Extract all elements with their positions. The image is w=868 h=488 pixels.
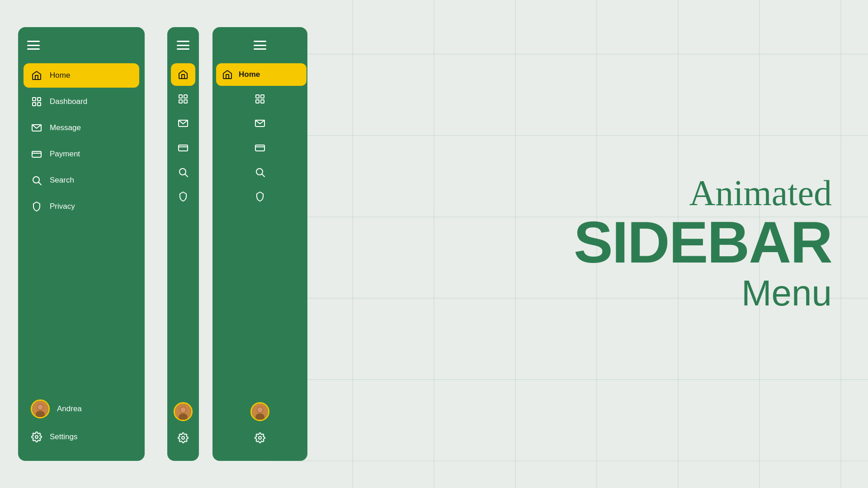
nav-item-dashboard[interactable]: Dashboard xyxy=(24,89,139,114)
hamburger-button-2[interactable] xyxy=(167,36,199,59)
nav-item-home-2[interactable] xyxy=(171,63,195,86)
sidebar-footer-2 xyxy=(167,390,199,452)
payment-icon-3 xyxy=(254,142,266,154)
avatar xyxy=(31,399,50,418)
hamburger-line-5 xyxy=(177,45,189,46)
message-icon xyxy=(31,122,42,134)
settings-icon-2 xyxy=(177,432,189,444)
hamburger-line-4 xyxy=(177,41,189,42)
search-icon xyxy=(31,174,42,186)
nav-item-dashboard-2[interactable] xyxy=(171,88,195,110)
sidebar-footer-3 xyxy=(212,390,307,452)
privacy-icon xyxy=(31,201,42,212)
nav-item-privacy-3[interactable] xyxy=(216,185,304,208)
privacy-icon-3 xyxy=(254,191,266,202)
svg-line-21 xyxy=(39,183,42,185)
avatar-face xyxy=(32,401,48,417)
nav-label-home-3: Home xyxy=(239,70,260,79)
home-icon-2 xyxy=(177,69,189,80)
nav-item-search-2[interactable] xyxy=(171,161,195,183)
footer-user-label: Andrea xyxy=(57,404,82,413)
nav-item-message-2[interactable] xyxy=(171,112,195,135)
footer-user[interactable]: Andrea xyxy=(24,394,139,424)
dashboard-icon xyxy=(31,96,42,108)
nav-item-message[interactable]: Message xyxy=(24,116,139,140)
nav-item-privacy[interactable]: Privacy xyxy=(24,194,139,219)
sidebar-icon-only xyxy=(167,27,199,461)
sidebar-expanded: Home Dashboard xyxy=(18,27,145,461)
svg-point-39 xyxy=(180,407,186,413)
search-icon-3 xyxy=(254,166,266,178)
nav-label-message: Message xyxy=(50,123,81,132)
svg-rect-28 xyxy=(184,95,187,98)
home-icon-3 xyxy=(222,69,233,80)
svg-rect-42 xyxy=(261,95,264,98)
svg-line-49 xyxy=(262,174,265,177)
nav-item-payment[interactable]: Payment xyxy=(24,142,139,166)
nav-item-message-3[interactable] xyxy=(216,112,304,135)
svg-rect-44 xyxy=(261,100,264,103)
hamburger-line-2 xyxy=(27,45,40,46)
svg-rect-27 xyxy=(179,95,182,98)
sidebar-nav-2 xyxy=(167,59,199,390)
nav-item-search-3[interactable] xyxy=(216,161,304,183)
svg-point-54 xyxy=(259,436,261,439)
settings-icon-3 xyxy=(254,432,266,444)
svg-rect-30 xyxy=(184,100,187,103)
hamburger-line-9 xyxy=(254,48,266,50)
nav-item-home[interactable]: Home xyxy=(24,63,139,88)
hamburger-line-1 xyxy=(27,41,40,42)
message-icon-2 xyxy=(177,117,189,129)
nav-item-search[interactable]: Search xyxy=(24,168,139,192)
footer-settings-3[interactable] xyxy=(216,427,304,448)
svg-rect-18 xyxy=(32,151,41,157)
nav-item-payment-3[interactable] xyxy=(216,136,304,159)
hamburger-line-3 xyxy=(27,48,40,50)
svg-rect-14 xyxy=(38,98,41,101)
avatar-face-2 xyxy=(175,404,191,420)
nav-item-dashboard-3[interactable] xyxy=(216,88,304,110)
footer-settings-label: Settings xyxy=(50,432,77,441)
sidebar-icon-home-label: Home xyxy=(212,27,307,461)
footer-user-2[interactable] xyxy=(171,398,195,426)
payment-icon xyxy=(31,148,42,160)
hamburger-icon xyxy=(27,41,40,50)
settings-icon xyxy=(31,431,42,443)
nav-item-home-3[interactable]: Home xyxy=(216,63,307,86)
svg-rect-15 xyxy=(33,103,36,106)
sidebar-nav: Home Dashboard xyxy=(18,59,145,387)
nav-item-privacy-2[interactable] xyxy=(171,185,195,208)
footer-settings-2[interactable] xyxy=(171,427,195,448)
svg-rect-13 xyxy=(33,98,36,101)
nav-item-payment-2[interactable] xyxy=(171,136,195,159)
hamburger-icon-2 xyxy=(177,41,189,50)
hamburger-button[interactable] xyxy=(18,36,145,59)
hamburger-button-3[interactable] xyxy=(212,36,307,59)
nav-label-payment: Payment xyxy=(50,150,80,159)
content-area: Home Dashboard xyxy=(0,0,868,488)
nav-label-home: Home xyxy=(50,71,70,80)
privacy-icon-2 xyxy=(177,191,189,202)
svg-rect-16 xyxy=(38,103,41,106)
avatar-2 xyxy=(174,402,193,421)
footer-user-3[interactable] xyxy=(216,398,304,426)
svg-point-26 xyxy=(35,436,38,438)
svg-rect-32 xyxy=(179,145,188,151)
dashboard-icon-3 xyxy=(254,93,266,105)
home-icon xyxy=(31,70,42,81)
avatar-3 xyxy=(250,402,269,421)
hamburger-line-6 xyxy=(177,48,189,50)
message-icon-3 xyxy=(254,117,266,129)
hamburger-icon-3 xyxy=(254,41,266,50)
dashboard-icon-2 xyxy=(177,93,189,105)
footer-settings[interactable]: Settings xyxy=(24,426,139,448)
sidebar-footer: Andrea Settings xyxy=(18,387,145,452)
nav-label-privacy: Privacy xyxy=(50,202,75,211)
payment-icon-2 xyxy=(177,142,189,154)
sidebar-nav-3: Home xyxy=(212,59,307,390)
svg-point-25 xyxy=(38,404,43,410)
svg-line-35 xyxy=(185,174,188,177)
svg-point-53 xyxy=(257,407,263,413)
nav-label-dashboard: Dashboard xyxy=(50,97,87,106)
nav-label-search: Search xyxy=(50,176,74,185)
